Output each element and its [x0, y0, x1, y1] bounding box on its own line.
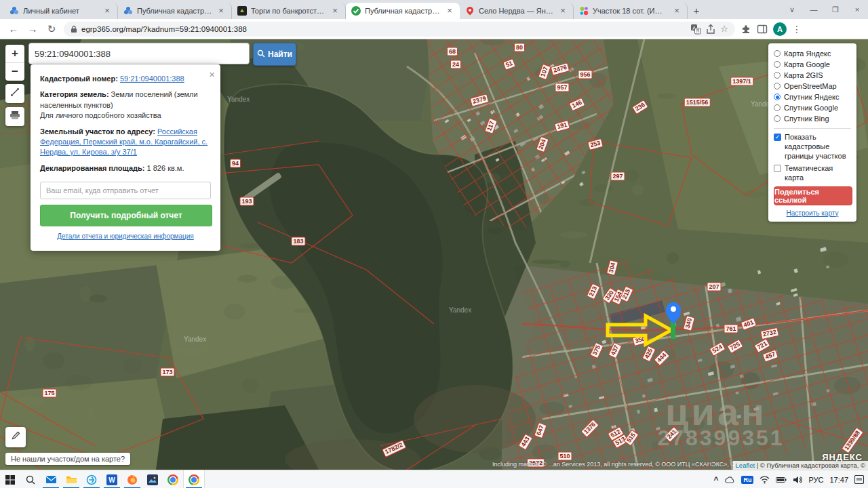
layer-checkbox[interactable]: Тематическая карта: [774, 164, 851, 183]
layer-option-label: OpenStreetMap: [784, 82, 837, 90]
onedrive-cloud-icon[interactable]: [724, 476, 735, 484]
popup-close-icon[interactable]: ×: [209, 67, 215, 81]
radio-icon: [774, 72, 781, 79]
extensions-puzzle-icon[interactable]: [741, 24, 751, 35]
leaflet-link[interactable]: Leaflet: [736, 462, 755, 469]
layer-option[interactable]: Карта Google: [774, 59, 851, 70]
layer-options: Карта ЯндексКарта GoogleКарта 2GISOpenSt…: [774, 48, 851, 124]
browser-tab[interactable]: Торги по банкротству, прод×: [232, 3, 346, 19]
search-input[interactable]: [28, 43, 250, 64]
printer-icon: [9, 110, 20, 123]
browser-tab[interactable]: Личный кабинет×: [4, 3, 118, 19]
layer-option[interactable]: Спутник Bing: [774, 113, 851, 124]
layer-option[interactable]: Карта Яндекс: [774, 48, 851, 59]
checkbox-label: Показать кадастровые границы участков: [785, 133, 851, 161]
area-label: Декларированная площадь:: [40, 164, 145, 172]
close-icon[interactable]: ×: [846, 0, 868, 19]
tab-close-icon[interactable]: ×: [216, 6, 226, 16]
forward-icon[interactable]: →: [26, 23, 39, 35]
share-icon[interactable]: [705, 24, 716, 35]
layer-option[interactable]: Спутник Яндекс: [774, 92, 851, 102]
email-field[interactable]: [40, 182, 211, 199]
draw-button[interactable]: [5, 427, 26, 447]
screen: Личный кабинет×Публичная кадастровая кар…: [0, 0, 868, 488]
tab-label: Публичная кадастровая кар: [137, 7, 212, 15]
taskbar-photos-icon[interactable]: [142, 470, 163, 488]
taskbar-chrome-icon[interactable]: [183, 470, 205, 488]
clock[interactable]: 17:47: [829, 476, 848, 484]
layer-option[interactable]: Карта 2GIS: [774, 70, 851, 81]
print-button[interactable]: [5, 107, 24, 126]
browser-tab-strip: Личный кабинет×Публичная кадастровая кар…: [0, 0, 868, 19]
share-link-button[interactable]: Поделиться ссылкой: [774, 186, 852, 205]
browser-tab[interactable]: Участок 18 сот. (ИЖС) на пр×: [574, 3, 688, 19]
wifi-icon[interactable]: [760, 476, 770, 484]
layer-option[interactable]: OpenStreetMap: [774, 81, 851, 92]
area-value: 1 826 кв.м.: [147, 164, 184, 172]
taskbar-mail-icon[interactable]: [41, 470, 61, 488]
browser-tab[interactable]: Публичная кадастровая кар×: [118, 3, 232, 19]
window-controls: ∨ — ❐ ×: [781, 0, 868, 19]
taskbar-start-icon[interactable]: [0, 470, 20, 488]
reload-icon[interactable]: ↻: [45, 23, 58, 35]
layer-checkbox[interactable]: ✓Показать кадастровые границы участков: [774, 133, 851, 161]
ruler-icon: [9, 87, 20, 100]
bookmark-star-icon[interactable]: ☆: [720, 24, 728, 34]
tab-close-icon[interactable]: ×: [445, 6, 454, 16]
cad-number-link[interactable]: 59:21:0940001:388: [120, 75, 184, 83]
back-icon[interactable]: ←: [7, 23, 20, 35]
taskbar-word-icon[interactable]: W: [102, 470, 122, 488]
svg-text:Я: Я: [696, 28, 700, 33]
taskbar: W ^ Ru РУС 17:47: [0, 470, 868, 488]
language-indicator[interactable]: РУС: [808, 476, 823, 484]
taskbar-search-icon[interactable]: [20, 470, 41, 488]
tray-expand-icon[interactable]: ^: [713, 475, 718, 485]
find-button[interactable]: Найти: [253, 43, 296, 66]
report-details-link[interactable]: Детали отчета и юридическая информация: [40, 232, 211, 241]
tab-close-icon[interactable]: ×: [102, 6, 112, 16]
sidebar-icon[interactable]: [757, 24, 768, 35]
tab-favicon-icon: [237, 6, 247, 16]
battery-icon[interactable]: [776, 476, 787, 483]
url-text: egrp365.org/map/?kadnum=59:21:0940001:38…: [81, 25, 686, 33]
layer-checkboxes: ✓Показать кадастровые границы участковТе…: [774, 133, 851, 183]
minimize-icon[interactable]: —: [803, 0, 825, 19]
layer-option-label: Карта 2GIS: [784, 71, 823, 79]
punto-switcher-icon[interactable]: Ru: [741, 476, 753, 484]
profile-avatar[interactable]: A: [773, 22, 787, 36]
browser-tab[interactable]: Село Нердва — Яндекс Кар×: [460, 3, 574, 19]
map-canvas[interactable]: YandexYandexYandexYandex 682480511072476…: [0, 39, 868, 470]
get-report-button[interactable]: Получить подробный отчет: [40, 205, 212, 226]
tab-close-icon[interactable]: ×: [330, 6, 340, 16]
map-tooltip: Не нашли участок/дом на карте?: [5, 453, 130, 465]
configure-map-link[interactable]: Настроить карту: [774, 209, 851, 217]
tab-close-icon[interactable]: ×: [558, 6, 568, 16]
browser-tab[interactable]: Публичная кадастровая кар×: [346, 3, 460, 19]
tab-favicon-icon: [123, 6, 133, 16]
address-label: Земельный участок по адресу:: [40, 127, 155, 136]
maximize-icon[interactable]: ❐: [825, 0, 846, 19]
cad-number-label: Кадастровый номер:: [40, 75, 118, 83]
tab-close-icon[interactable]: ×: [672, 6, 682, 16]
new-tab-button[interactable]: +: [688, 3, 705, 19]
taskbar-firefox-icon[interactable]: [122, 470, 142, 488]
zoom-out-button[interactable]: −: [5, 62, 24, 81]
translate-icon[interactable]: AЯ: [690, 24, 701, 35]
volume-icon[interactable]: [793, 476, 802, 484]
lock-icon: [71, 25, 77, 33]
tab-search-icon[interactable]: ∨: [781, 0, 803, 19]
browser-menu-icon[interactable]: ⋮: [792, 24, 802, 35]
taskbar-explorer-icon[interactable]: [61, 470, 81, 488]
pencil-icon: [10, 430, 21, 444]
radio-icon: [774, 83, 781, 89]
url-bar[interactable]: egrp365.org/map/?kadnum=59:21:0940001:38…: [64, 22, 735, 37]
map-attribution: Including material © ...an Services 2013…: [492, 461, 742, 468]
layer-option[interactable]: Спутник Google: [774, 102, 851, 113]
measure-button[interactable]: [5, 84, 24, 103]
taskbar-ie-icon[interactable]: [81, 470, 102, 488]
taskbar-chrome-icon[interactable]: [163, 470, 183, 488]
zoom-in-button[interactable]: +: [5, 45, 24, 62]
taskbar-apps: W: [0, 470, 205, 488]
checkbox-icon: [774, 165, 781, 172]
action-center-icon[interactable]: [854, 475, 864, 484]
